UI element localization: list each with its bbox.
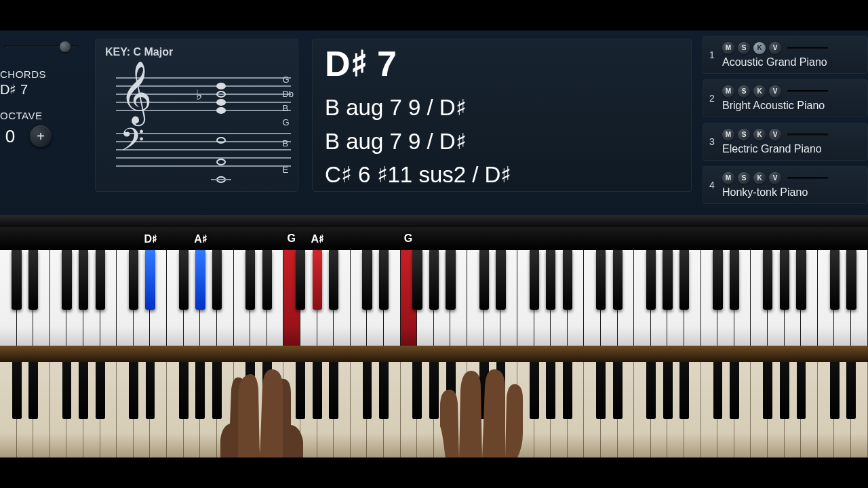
slider-row xyxy=(0,37,79,56)
slot-instrument-name: Honky-tonk Piano xyxy=(722,186,861,199)
black-key[interactable] xyxy=(546,250,555,310)
treble-clef-icon: 𝄞 xyxy=(120,65,152,119)
slot-volume-slider[interactable] xyxy=(787,47,828,49)
notation-column: KEY: C Major 𝄞 𝄢 ♭ xyxy=(88,30,305,227)
key-highlight-label: D♯ xyxy=(144,232,157,245)
virtual-keys[interactable] xyxy=(0,250,868,346)
slot-instrument-name: Electric Grand Piano xyxy=(722,143,861,155)
black-key[interactable] xyxy=(530,250,539,310)
black-key[interactable] xyxy=(313,250,322,310)
slider-track[interactable] xyxy=(4,45,79,48)
black-key[interactable] xyxy=(296,250,305,310)
black-key[interactable] xyxy=(429,250,439,310)
slot-s-button[interactable]: S xyxy=(738,42,750,54)
key-highlight-label: G xyxy=(287,232,295,245)
instrument-slot[interactable]: 4MSKVHonky-tonk Piano xyxy=(703,166,868,204)
chords-heading: CHORDS xyxy=(0,68,79,80)
black-key[interactable] xyxy=(613,250,623,310)
app: CHORDS D♯ 7 OCTAVE 0 + KEY: C Major xyxy=(0,30,868,458)
black-key[interactable] xyxy=(646,250,656,310)
black-key[interactable] xyxy=(28,250,38,310)
black-key[interactable] xyxy=(596,250,606,310)
slot-m-button[interactable]: M xyxy=(722,172,734,184)
music-staff: 𝄞 𝄢 ♭ xyxy=(116,70,291,186)
real-piano xyxy=(0,346,868,458)
black-key[interactable] xyxy=(145,250,155,310)
black-key[interactable] xyxy=(730,250,739,310)
chord-alt: C♯ 6 ♯11 sus2 / D♯ xyxy=(325,158,679,192)
slot-v-button[interactable]: V xyxy=(769,42,781,54)
black-key[interactable] xyxy=(12,250,21,310)
flat-icon: ♭ xyxy=(196,87,202,103)
staff-label: B xyxy=(282,138,288,148)
slot-number: 2 xyxy=(706,93,718,104)
black-key[interactable] xyxy=(412,250,422,310)
black-key[interactable] xyxy=(262,250,272,310)
octave-plus-button[interactable]: + xyxy=(30,125,52,147)
black-key[interactable] xyxy=(245,250,255,310)
slot-k-button[interactable]: K xyxy=(753,42,766,54)
key-highlight-label: G xyxy=(404,232,412,245)
black-key[interactable] xyxy=(846,250,856,310)
instrument-slot[interactable]: 3MSKVElectric Grand Piano xyxy=(703,123,868,161)
black-key[interactable] xyxy=(496,250,505,310)
slot-volume-slider[interactable] xyxy=(787,90,828,92)
black-key[interactable] xyxy=(362,250,372,310)
real-black-key xyxy=(313,362,322,419)
black-key[interactable] xyxy=(62,250,71,310)
staff-label: G xyxy=(282,75,289,85)
real-black-key xyxy=(96,362,105,419)
black-key[interactable] xyxy=(679,250,689,310)
black-key[interactable] xyxy=(713,250,722,310)
readout-column: D♯ 7 B aug 7 9 / D♯ B aug 7 9 / D♯ C♯ 6 … xyxy=(305,30,698,227)
black-key[interactable] xyxy=(195,250,205,310)
black-key[interactable] xyxy=(830,250,840,310)
staff-label: B xyxy=(282,103,288,113)
slot-volume-slider[interactable] xyxy=(787,134,828,136)
black-key[interactable] xyxy=(796,250,806,310)
black-key[interactable] xyxy=(780,250,789,310)
real-black-key xyxy=(797,362,806,419)
slot-v-button[interactable]: V xyxy=(769,85,781,98)
left-hand xyxy=(215,359,310,458)
slot-s-button[interactable]: S xyxy=(738,172,750,184)
slot-k-button[interactable]: K xyxy=(753,85,766,98)
real-black-key xyxy=(530,362,539,419)
slot-s-button[interactable]: S xyxy=(738,129,750,141)
instrument-slot[interactable]: 1MSKVAcoustic Grand Piano xyxy=(703,36,868,74)
slot-v-button[interactable]: V xyxy=(769,172,781,184)
slot-instrument-name: Acoustic Grand Piano xyxy=(722,56,861,68)
slot-k-button[interactable]: K xyxy=(753,129,766,141)
slot-m-button[interactable]: M xyxy=(722,85,734,98)
black-key[interactable] xyxy=(212,250,222,310)
black-key[interactable] xyxy=(179,250,189,310)
instrument-column: 1MSKVAcoustic Grand Piano2MSKVBright Aco… xyxy=(698,30,868,227)
black-key[interactable] xyxy=(129,250,138,310)
real-black-key xyxy=(195,362,205,419)
instrument-slot[interactable]: 2MSKVBright Acoustic Piano xyxy=(703,79,868,117)
virtual-keyboard: GGD♯A♯A♯ xyxy=(0,227,868,346)
black-key[interactable] xyxy=(563,250,572,310)
black-key[interactable] xyxy=(329,250,338,310)
real-black-key xyxy=(679,362,689,419)
slot-m-button[interactable]: M xyxy=(722,129,734,141)
black-key[interactable] xyxy=(96,250,105,310)
real-black-key xyxy=(179,362,189,419)
slider-knob[interactable] xyxy=(60,41,71,52)
chord-readout: D♯ 7 B aug 7 9 / D♯ B aug 7 9 / D♯ C♯ 6 … xyxy=(312,39,692,192)
slot-m-button[interactable]: M xyxy=(722,42,734,54)
black-key[interactable] xyxy=(446,250,455,310)
real-black-key xyxy=(563,362,572,419)
slot-s-button[interactable]: S xyxy=(738,85,750,98)
black-key[interactable] xyxy=(663,250,672,310)
slot-k-button[interactable]: K xyxy=(753,172,766,184)
slot-volume-slider[interactable] xyxy=(787,177,828,179)
black-key[interactable] xyxy=(79,250,88,310)
black-key[interactable] xyxy=(763,250,772,310)
slot-v-button[interactable]: V xyxy=(769,129,781,141)
slot-number: 1 xyxy=(706,49,718,60)
slot-number: 4 xyxy=(706,180,718,190)
black-key[interactable] xyxy=(379,250,389,310)
black-key[interactable] xyxy=(479,250,489,310)
real-black-key xyxy=(830,362,840,419)
